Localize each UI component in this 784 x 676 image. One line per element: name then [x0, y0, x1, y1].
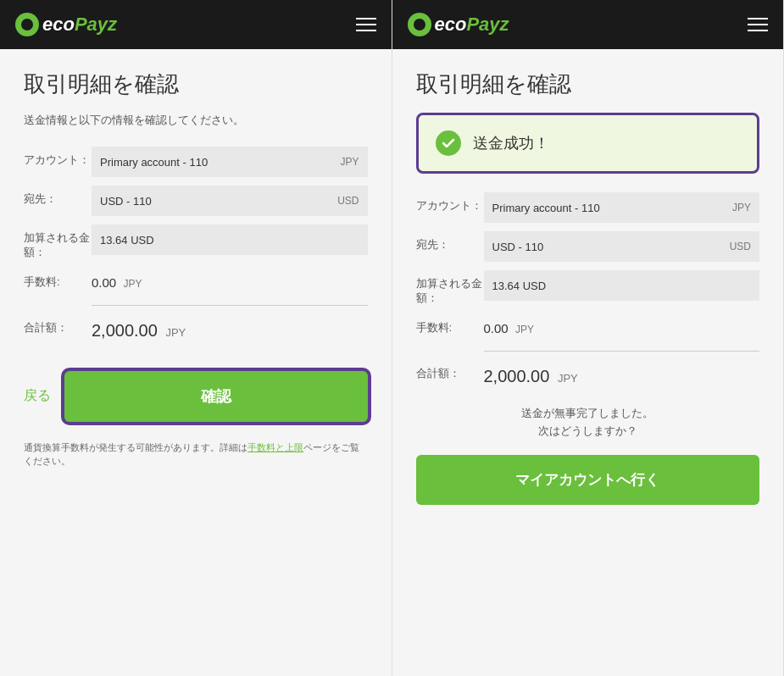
left-bottom: 戻る 確認 — [24, 371, 368, 422]
left-account-row: アカウント： Primary account - 110 JPY — [24, 147, 368, 177]
right-logo-circle — [408, 13, 431, 36]
right-account-label: アカウント： — [416, 192, 484, 213]
left-dest-label: 宛先： — [24, 186, 92, 207]
left-dest-row: 宛先： USD - 110 USD — [24, 186, 368, 216]
left-page-title: 取引明細を確認 — [24, 69, 368, 99]
right-fee-label: 手数料: — [416, 314, 484, 335]
right-account-row: アカウント： Primary account - 110 JPY — [416, 192, 760, 223]
left-subtitle: 送金情報と以下の情報を確認してください。 — [24, 113, 368, 128]
logo-eco-right: eco — [435, 14, 467, 36]
left-amount-text: 13.64 USD — [100, 234, 154, 247]
left-amount-label: 加算される金額： — [24, 224, 92, 260]
logo-payz-left: Payz — [75, 14, 117, 36]
right-amount-row: 加算される金額： 13.64 USD — [416, 270, 760, 306]
right-panel: ecoPayz 取引明細を確認 送金成功！ アカウント： Primary acc… — [392, 0, 785, 676]
left-panel: ecoPayz 取引明細を確認 送金情報と以下の情報を確認してください。 アカウ… — [0, 0, 392, 676]
right-menu-icon[interactable] — [748, 18, 768, 31]
right-total-unit: JPY — [558, 372, 578, 385]
logo-circle — [15, 13, 39, 36]
left-fee-unit: JPY — [123, 278, 142, 290]
left-total-value: 2,000.00 JPY — [92, 314, 368, 347]
right-dest-label: 宛先： — [416, 231, 484, 252]
left-amount-row: 加算される金額： 13.64 USD — [24, 224, 368, 260]
left-footer: 通貨換算手数料が発生する可能性があります。詳細は手数料と上限ページをご覧ください… — [24, 441, 368, 468]
right-amount-label: 加算される金額： — [416, 270, 484, 306]
logo-circle-inner — [21, 19, 33, 30]
right-total-label: 合計額： — [416, 360, 484, 381]
right-total-row: 合計額： 2,000.00 JPY — [416, 360, 760, 393]
right-header: ecoPayz — [392, 0, 784, 49]
right-logo-circle-inner — [414, 19, 425, 30]
right-fee-row: 手数料: 0.00 JPY — [416, 314, 760, 342]
left-divider — [92, 305, 368, 306]
success-check-icon — [436, 130, 461, 156]
right-account-value: Primary account - 110 JPY — [484, 192, 760, 223]
right-page-title: 取引明細を確認 — [416, 69, 760, 99]
logo-eco-left: eco — [42, 14, 75, 36]
right-content: 取引明細を確認 送金成功！ アカウント： Primary account - 1… — [392, 49, 784, 676]
left-account-label: アカウント： — [24, 147, 92, 168]
left-total-number: 2,000.00 — [92, 321, 158, 340]
completion-note: 送金が無事完了しました。 次はどうしますか？ — [416, 405, 760, 441]
right-dest-value: USD - 110 USD — [484, 231, 760, 262]
right-fee-unit: JPY — [515, 324, 534, 335]
right-divider — [484, 351, 760, 352]
right-total-value: 2,000.00 JPY — [484, 360, 760, 393]
left-dest-value: USD - 110 USD — [92, 186, 368, 216]
right-amount-value: 13.64 USD — [484, 270, 760, 301]
left-footer-text: 通貨換算手数料が発生する可能性があります。詳細は — [24, 442, 247, 452]
right-total-number: 2,000.00 — [484, 367, 550, 385]
left-total-row: 合計額： 2,000.00 JPY — [24, 314, 368, 347]
left-total-label: 合計額： — [24, 314, 92, 335]
completion-note-line2: 次はどうしますか？ — [538, 424, 637, 437]
right-logo: ecoPayz — [408, 13, 509, 36]
logo-payz-right: Payz — [466, 14, 509, 36]
right-dest-currency: USD — [730, 241, 751, 252]
left-account-value: Primary account - 110 JPY — [92, 147, 368, 177]
left-footer-link[interactable]: 手数料と上限 — [247, 442, 303, 452]
left-fee-row: 手数料: 0.00 JPY — [24, 269, 368, 296]
left-header: ecoPayz — [0, 0, 392, 49]
left-dest-currency: USD — [337, 195, 359, 207]
left-menu-icon[interactable] — [356, 18, 376, 31]
left-amount-value: 13.64 USD — [92, 224, 368, 255]
left-total-unit: JPY — [165, 326, 186, 339]
left-account-currency: JPY — [340, 156, 359, 168]
left-fee-value: 0.00 JPY — [92, 269, 368, 296]
left-fee-label: 手数料: — [24, 269, 92, 290]
right-account-text: Primary account - 110 — [492, 202, 600, 214]
left-account-text: Primary account - 110 — [100, 156, 208, 169]
success-banner: 送金成功！ — [416, 113, 760, 174]
left-content: 取引明細を確認 送金情報と以下の情報を確認してください。 アカウント： Prim… — [0, 49, 392, 676]
left-logo: ecoPayz — [15, 13, 117, 36]
back-link[interactable]: 戻る — [24, 387, 51, 405]
my-account-button[interactable]: マイアカウントへ行く — [416, 455, 760, 505]
success-text: 送金成功！ — [473, 133, 549, 153]
right-amount-text: 13.64 USD — [492, 280, 547, 292]
right-account-currency: JPY — [732, 202, 751, 213]
completion-note-line1: 送金が無事完了しました。 — [521, 407, 653, 419]
right-dest-text: USD - 110 — [492, 241, 544, 253]
left-dest-text: USD - 110 — [100, 195, 152, 208]
confirm-button[interactable]: 確認 — [64, 371, 368, 422]
right-fee-value: 0.00 JPY — [484, 314, 760, 342]
right-dest-row: 宛先： USD - 110 USD — [416, 231, 760, 262]
